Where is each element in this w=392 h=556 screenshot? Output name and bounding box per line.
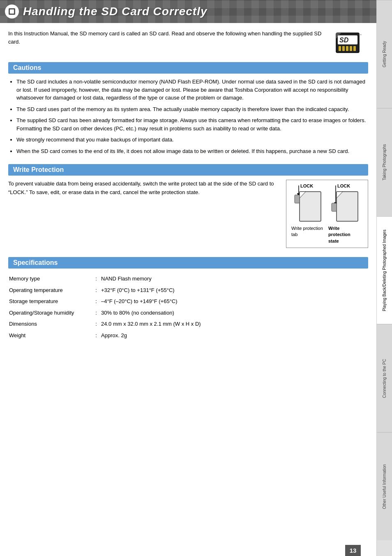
cautions-heading: Cautions (8, 62, 368, 74)
sidebar-tab-3[interactable]: Connecting to the PC (377, 324, 392, 432)
spec-label: Memory type (9, 273, 91, 284)
bullet-item: When the SD card comes to the end of its… (16, 147, 368, 155)
write-protection-text: To prevent valuable data from being eras… (8, 180, 278, 197)
spec-value: Approx. 2g (101, 330, 367, 341)
spec-value: 30% to 80% (no condensation) (101, 308, 367, 318)
svg-rect-16 (295, 195, 300, 203)
sidebar-tab-2[interactable]: Playing Back/Deleting Photographed Image… (377, 216, 392, 324)
spec-colon: : (92, 273, 100, 284)
spec-colon: : (92, 296, 100, 307)
spec-label: Operating/Storage humidity (9, 308, 91, 318)
spec-colon: : (92, 308, 100, 318)
bullet-item: We strongly recommend that you make back… (16, 136, 368, 144)
bullet-item: The SD card uses part of the memory as i… (16, 105, 368, 114)
sidebar: Getting ReadyTaking PhotographsPlaying B… (376, 0, 392, 556)
spec-row: Memory type : NAND Flash memory (9, 273, 367, 284)
sidebar-tab-4[interactable]: Other Useful Information (377, 432, 392, 540)
cautions-section: Cautions The SD card includes a non-vola… (8, 62, 368, 155)
sidebar-tab-0[interactable]: Getting Ready (377, 0, 392, 108)
specs-table: Memory type : NAND Flash memory Operatin… (8, 273, 368, 341)
bullet-item: The SD card includes a non-volatile semi… (16, 78, 368, 102)
spec-label: Operating temperature (9, 285, 91, 296)
svg-rect-6 (339, 46, 341, 51)
sd-logo: SD ™ (335, 30, 368, 55)
card2-wrap: LOCK (328, 183, 361, 225)
write-protection-heading: Write Protection (8, 164, 368, 176)
spec-colon: : (92, 319, 100, 329)
svg-rect-1 (10, 9, 14, 14)
spec-colon: : (92, 330, 100, 341)
card1-svg: LOCK (291, 183, 324, 225)
main-content: Handling the SD Card Correctly In this I… (0, 0, 376, 556)
bullet-item: The supplied SD card has been already fo… (16, 116, 368, 132)
spec-label: Storage temperature (9, 296, 91, 307)
svg-text:LOCK: LOCK (337, 183, 350, 188)
card2-caption: Write protection state (328, 225, 361, 244)
card2-svg: LOCK (328, 183, 361, 225)
spec-row: Weight : Approx. 2g (9, 330, 367, 341)
header-icon (5, 5, 19, 19)
lock-diagram: LOCK (286, 180, 368, 248)
spec-value: NAND Flash memory (101, 273, 367, 284)
svg-text:SD: SD (339, 37, 349, 44)
intro-row: In this Instruction Manual, the SD memor… (8, 30, 368, 55)
svg-rect-7 (342, 46, 345, 51)
card1-wrap: LOCK (291, 183, 324, 225)
svg-text:LOCK: LOCK (300, 183, 313, 188)
card-captions: Write protection tab Write protection st… (291, 225, 363, 244)
spec-row: Operating/Storage humidity : 30% to 80% … (9, 308, 367, 318)
svg-rect-8 (346, 46, 348, 51)
cautions-list: The SD card includes a non-volatile semi… (8, 78, 368, 155)
spec-label: Weight (9, 330, 91, 341)
spec-value: 24.0 mm x 32.0 mm x 2.1 mm (W x H x D) (101, 319, 367, 329)
sd-logo-svg: SD ™ (335, 30, 368, 53)
spec-label: Dimensions (9, 319, 91, 329)
page-number: 13 (345, 545, 361, 556)
specifications-heading: Specifications (8, 257, 368, 269)
svg-rect-14 (300, 192, 321, 221)
content-area: In this Instruction Manual, the SD memor… (0, 23, 376, 357)
svg-rect-21 (332, 203, 337, 211)
page-header: Handling the SD Card Correctly (0, 0, 376, 23)
page-title: Handling the SD Card Correctly (23, 5, 208, 18)
spec-colon: : (92, 285, 100, 296)
spec-row: Storage temperature : –4°F (–20°C) to +1… (9, 296, 367, 307)
card1-caption: Write protection tab (291, 225, 324, 244)
sidebar-tab-1[interactable]: Taking Photographs (377, 108, 392, 216)
write-protection-section: Write Protection To prevent valuable dat… (8, 164, 368, 248)
intro-text: In this Instruction Manual, the SD memor… (8, 30, 327, 46)
lock-cards-wrapper: LOCK (291, 183, 363, 225)
spec-value: –4°F (–20°C) to +149°F (+65°C) (101, 296, 367, 307)
spec-row: Operating temperature : +32°F (0°C) to +… (9, 285, 367, 296)
svg-rect-9 (350, 46, 352, 51)
svg-rect-19 (337, 192, 358, 221)
spec-row: Dimensions : 24.0 mm x 32.0 mm x 2.1 mm … (9, 319, 367, 329)
spec-value: +32°F (0°C) to +131°F (+55°C) (101, 285, 367, 296)
specifications-section: Specifications Memory type : NAND Flash … (8, 257, 368, 341)
svg-rect-10 (353, 46, 356, 51)
write-protection-content: To prevent valuable data from being eras… (8, 180, 368, 248)
svg-text:™: ™ (358, 33, 362, 37)
